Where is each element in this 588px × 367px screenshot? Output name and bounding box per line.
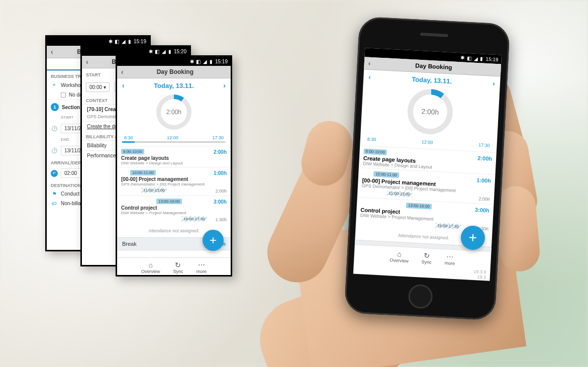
status-time: 15:19 — [485, 56, 499, 62]
entry-sub: DIW Website > Project Management — [121, 211, 227, 215]
back-icon[interactable]: ‹ — [368, 59, 371, 67]
timeline: 8:30 12:00 17:30 — [117, 134, 231, 140]
status-icons: ✱ ◧ ◢ ▮ — [460, 55, 484, 61]
entry-sub: GPS Demonstrator > [00] Project manageme… — [121, 182, 227, 187]
entry-hours: 1:00h — [214, 170, 227, 176]
prev-day-icon[interactable]: ‹ — [122, 81, 125, 89]
titlebar: ‹ Day Booking — [117, 66, 231, 78]
screen-day-booking-small: ✱ ◧ ◢ ▮ 15:19 ‹ Day Booking ‹ Today, 13.… — [116, 55, 232, 277]
status-icons: ✱ ◧ ◢ ▮ — [149, 49, 172, 54]
entry-2[interactable]: 10:00-11:00 [00-00] Project management G… — [117, 167, 231, 196]
entry-1[interactable]: 8:00-10:00 Create page layouts DIW Websi… — [117, 146, 231, 167]
status-icons: ✱ ◧ ◢ ▮ — [109, 39, 132, 44]
entry-timebar: 13:00-16:00 — [406, 203, 432, 210]
ring-value: 2:00h — [161, 99, 187, 125]
timeline-bar — [122, 141, 226, 143]
date-label: Today, 13.11. — [154, 82, 194, 89]
home-icon: ⌂ — [390, 249, 409, 258]
chevron-down-icon: ▾ — [104, 84, 106, 90]
parking-icon: P — [51, 170, 58, 177]
status-time: 15:20 — [174, 49, 186, 54]
status-bar: ✱ ◧ ◢ ▮ 15:19 — [47, 37, 149, 46]
progress-ring: 2:00h — [117, 93, 231, 134]
end-label: END — [61, 137, 69, 142]
timeline-t3: 17:30 — [478, 142, 490, 148]
screen-day-booking-large: ✱ ◧ ◢ ▮ 15:19 ‹ Day Booking ‹ Today, 13.… — [353, 48, 502, 281]
entry-sec-hours: 1:30h — [215, 217, 227, 222]
timeline-t3: 17:30 — [212, 135, 224, 140]
entry-unassigned-bar: 11:00-13:00 — [386, 191, 412, 198]
entry-sub: DIW Website > Design and Layout — [121, 161, 227, 165]
timeline-t1: 8:30 — [124, 135, 133, 140]
screen-title: Day Booking — [157, 68, 193, 75]
phone-speaker — [420, 33, 448, 37]
entry-unassigned-bar: 16:00-17:30 — [435, 223, 461, 230]
entry-sec-hours: 2:00h — [215, 189, 227, 194]
nav-more[interactable]: ⋯more — [444, 252, 455, 266]
entry-title: Create page layouts — [121, 155, 227, 161]
flag-icon: ⚑ — [51, 191, 58, 197]
status-icons: ✱ ◧ ◢ ▮ — [190, 59, 213, 64]
date-nav: ‹ Today, 13.11. › — [117, 78, 231, 93]
home-icon: ⌂ — [141, 261, 160, 269]
back-icon[interactable]: ‹ — [121, 68, 124, 76]
timeline-t2: 12:00 — [167, 135, 178, 140]
next-day-icon[interactable]: › — [493, 79, 496, 87]
entry-sec-hours: 2:00h — [478, 196, 490, 202]
nav-sync[interactable]: ↻Sync — [421, 251, 432, 265]
next-day-icon[interactable]: › — [223, 81, 226, 89]
entry-hours: 1:00h — [476, 177, 491, 184]
sync-icon: ↻ — [173, 261, 183, 269]
clock-icon: 🕐 — [51, 126, 58, 131]
step-badge: 1 — [51, 103, 59, 111]
timeline-t2: 12:00 — [422, 139, 433, 145]
screen-title: Day Booking — [415, 62, 452, 71]
status-bar: ✱ ◧ ◢ ▮ 15:19 — [117, 57, 231, 66]
entry-timebar: 13:00-16:00 — [156, 199, 182, 204]
entry-timebar: 8:00-10:00 — [363, 148, 387, 155]
entry-hours: 2:00h — [214, 149, 227, 155]
entry-title: Control project — [121, 205, 227, 211]
entry-3[interactable]: 13:00-16:00 Control project DIW Website … — [117, 196, 231, 224]
entry-timebar: 8:00-10:00 — [121, 149, 144, 154]
bottom-nav: ⌂Overview ↻Sync ⋯more — [117, 257, 231, 275]
hand-holding-phone: ✱ ◧ ◢ ▮ 15:19 ‹ Day Booking ‹ Today, 13.… — [261, 5, 558, 362]
progress-ring: 2:00h — [360, 83, 500, 142]
entry-hours: 3:00h — [475, 207, 489, 213]
real-phone: ✱ ◧ ◢ ▮ 15:19 ‹ Day Booking ‹ Today, 13.… — [344, 17, 510, 321]
nav-sync[interactable]: ↻Sync — [173, 261, 183, 274]
status-time: 15:19 — [134, 39, 146, 44]
nav-more[interactable]: ⋯more — [197, 261, 207, 274]
nav-overview[interactable]: ⌂Overview — [141, 261, 160, 274]
prev-day-icon[interactable]: ‹ — [368, 73, 371, 81]
break-label: Break — [122, 241, 137, 247]
timeline-t1: 8:30 — [367, 137, 376, 142]
start-select[interactable]: 00:00▾ — [86, 82, 110, 92]
pin-icon: ⌖ — [51, 82, 58, 88]
entry-unassigned-bar: 16:00-17:30 — [181, 216, 207, 222]
clock-icon: 🕐 — [51, 148, 58, 153]
add-fab[interactable]: + — [203, 230, 224, 251]
nav-overview[interactable]: ⌂Overview — [389, 249, 409, 263]
home-button[interactable] — [408, 284, 433, 309]
back-icon[interactable]: ‹ — [51, 48, 53, 56]
date-label: Today, 13.11. — [412, 75, 452, 85]
entry-timebar: 10:00-11:00 — [373, 171, 399, 178]
status-bar: ✱ ◧ ◢ ▮ 15:20 — [82, 47, 189, 56]
entry-hours: 2:00h — [477, 155, 492, 161]
more-icon: ⋯ — [445, 252, 455, 261]
checkbox-icon[interactable] — [61, 93, 66, 98]
entry-timebar: 10:00-11:00 — [130, 170, 156, 175]
tag-icon: 🏷 — [51, 201, 58, 206]
status-time: 15:19 — [215, 59, 228, 64]
entry-unassigned-bar: 11:00-13:00 — [141, 188, 167, 193]
ring-value: 2:00h — [412, 94, 448, 129]
more-icon: ⋯ — [197, 261, 207, 269]
sync-icon: ↻ — [422, 251, 432, 260]
back-icon[interactable]: ‹ — [86, 58, 88, 66]
entry-title: [00-00] Project management — [121, 176, 227, 182]
entry-hours: 3:00h — [214, 199, 227, 205]
